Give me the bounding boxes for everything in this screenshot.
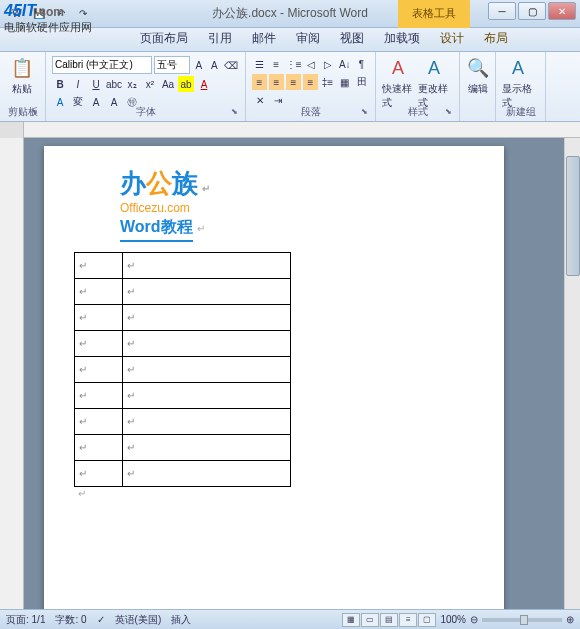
fullscreen-view-button[interactable]: ▭: [361, 613, 379, 627]
document-viewport[interactable]: 办公族↵ Officezu.com Word教程↵ ↵↵↵↵↵↵↵↵↵↵↵↵↵↵…: [24, 138, 580, 609]
paste-icon: 📋: [10, 56, 34, 80]
tab-view[interactable]: 视图: [330, 26, 374, 51]
paste-button[interactable]: 📋 粘贴: [4, 54, 40, 98]
font-expand-icon[interactable]: ⬊: [231, 107, 243, 119]
horizontal-ruler[interactable]: [0, 122, 580, 138]
minimize-button[interactable]: ─: [488, 2, 516, 20]
highlight-button[interactable]: ab: [178, 76, 194, 92]
show-marks-button[interactable]: ¶: [354, 56, 369, 72]
zoom-in-button[interactable]: ⊕: [566, 614, 574, 625]
tab-design[interactable]: 设计: [430, 26, 474, 51]
indent-right-button[interactable]: ▷: [320, 56, 335, 72]
shading-button[interactable]: ▦: [337, 74, 352, 90]
bold-button[interactable]: B: [52, 76, 68, 92]
view-buttons: ▦ ▭ ▤ ≡ ▢: [342, 613, 436, 627]
sort-button[interactable]: A↓: [337, 56, 352, 72]
indent-left-button[interactable]: ◁: [304, 56, 319, 72]
table-row[interactable]: ↵↵: [75, 305, 291, 331]
tab-review[interactable]: 审阅: [286, 26, 330, 51]
web-view-button[interactable]: ▤: [380, 613, 398, 627]
font-group-label: 字体: [46, 105, 245, 119]
document-table[interactable]: ↵↵↵↵↵↵↵↵↵↵↵↵↵↵↵↵↵↵: [74, 252, 291, 487]
document-page[interactable]: 办公族↵ Officezu.com Word教程↵ ↵↵↵↵↵↵↵↵↵↵↵↵↵↵…: [44, 146, 504, 609]
font-size-select[interactable]: [154, 56, 190, 74]
ruler-corner: [0, 122, 24, 138]
tab-mailings[interactable]: 邮件: [242, 26, 286, 51]
grow-font-icon[interactable]: A: [192, 57, 206, 73]
styles-expand-icon[interactable]: ⬊: [445, 107, 457, 119]
word-count[interactable]: 字数: 0: [55, 613, 86, 627]
insert-mode[interactable]: 插入: [171, 613, 191, 627]
table-row[interactable]: ↵↵: [75, 253, 291, 279]
underline-button[interactable]: U: [88, 76, 104, 92]
numbering-button[interactable]: ≡: [269, 56, 284, 72]
window-title: 办公族.docx - Microsoft Word: [212, 5, 368, 22]
quick-styles-button[interactable]: A 快速样式: [380, 54, 416, 112]
line-spacing-button[interactable]: ‡≡: [320, 74, 335, 90]
bullets-button[interactable]: ☰: [252, 56, 267, 72]
document-logo: 办公族↵ Officezu.com Word教程↵: [120, 166, 474, 242]
zoom-slider[interactable]: [482, 618, 562, 622]
align-center-button[interactable]: ≡: [269, 74, 284, 90]
font-color-button[interactable]: A: [196, 76, 212, 92]
language-indicator[interactable]: 英语(美国): [115, 613, 162, 627]
change-styles-button[interactable]: A 更改样式: [416, 54, 452, 112]
table-row[interactable]: ↵↵: [75, 409, 291, 435]
page-indicator[interactable]: 页面: 1/1: [6, 613, 45, 627]
show-format-button[interactable]: A 显示格式: [500, 54, 536, 112]
clear-format-icon[interactable]: ⌫: [223, 57, 239, 73]
editing-button[interactable]: 🔍 编辑: [464, 54, 492, 98]
find-icon: 🔍: [466, 56, 490, 80]
draft-view-button[interactable]: ▢: [418, 613, 436, 627]
quick-styles-icon: A: [386, 56, 410, 80]
align-left-button[interactable]: ≡: [252, 74, 267, 90]
table-row[interactable]: ↵↵: [75, 383, 291, 409]
ribbon: 📋 粘贴 剪贴板 ⬊ A A ⌫ B I U abc x₂ x² Aa: [0, 52, 580, 122]
paragraph-expand-icon[interactable]: ⬊: [361, 107, 373, 119]
watermark: 45IT.com 电脑软硬件应用网: [4, 2, 92, 35]
paragraph-mark: ↵: [78, 488, 86, 499]
show-format-icon: A: [506, 56, 530, 80]
change-styles-icon: A: [422, 56, 446, 80]
shrink-font-icon[interactable]: A: [208, 57, 222, 73]
italic-button[interactable]: I: [70, 76, 86, 92]
vertical-scrollbar[interactable]: [564, 138, 580, 609]
table-row[interactable]: ↵↵: [75, 331, 291, 357]
justify-button[interactable]: ≡: [303, 74, 318, 90]
tab-page-layout[interactable]: 页面布局: [130, 26, 198, 51]
table-row[interactable]: ↵↵: [75, 279, 291, 305]
change-case-button[interactable]: Aa: [160, 76, 176, 92]
superscript-button[interactable]: x²: [142, 76, 158, 92]
vertical-ruler[interactable]: [0, 138, 24, 609]
print-layout-view-button[interactable]: ▦: [342, 613, 360, 627]
font-family-select[interactable]: [52, 56, 152, 74]
borders-button[interactable]: 田: [354, 74, 369, 90]
scrollbar-thumb[interactable]: [566, 156, 580, 276]
subscript-button[interactable]: x₂: [124, 76, 140, 92]
statusbar: 页面: 1/1 字数: 0 ✓ 英语(美国) 插入 ▦ ▭ ▤ ≡ ▢ 100%…: [0, 609, 580, 629]
table-tools-tab: 表格工具: [398, 0, 470, 28]
outline-view-button[interactable]: ≡: [399, 613, 417, 627]
table-row[interactable]: ↵↵: [75, 357, 291, 383]
newgroup-label: 新建组: [496, 105, 545, 119]
table-row[interactable]: ↵↵: [75, 435, 291, 461]
align-right-button[interactable]: ≡: [286, 74, 301, 90]
tab-references[interactable]: 引用: [198, 26, 242, 51]
zoom-level[interactable]: 100%: [440, 614, 466, 625]
tab-table-layout[interactable]: 布局: [474, 26, 518, 51]
strike-button[interactable]: abc: [106, 76, 122, 92]
zoom-out-button[interactable]: ⊖: [470, 614, 478, 625]
close-button[interactable]: ✕: [548, 2, 576, 20]
document-area: 办公族↵ Officezu.com Word教程↵ ↵↵↵↵↵↵↵↵↵↵↵↵↵↵…: [0, 138, 580, 609]
multilevel-button[interactable]: ⋮≡: [286, 56, 302, 72]
spell-check-icon[interactable]: ✓: [97, 614, 105, 625]
table-row[interactable]: ↵↵: [75, 461, 291, 487]
clipboard-expand-icon[interactable]: ⬊: [31, 107, 43, 119]
tab-addins[interactable]: 加载项: [374, 26, 430, 51]
paragraph-group-label: 段落: [246, 105, 375, 119]
maximize-button[interactable]: ▢: [518, 2, 546, 20]
